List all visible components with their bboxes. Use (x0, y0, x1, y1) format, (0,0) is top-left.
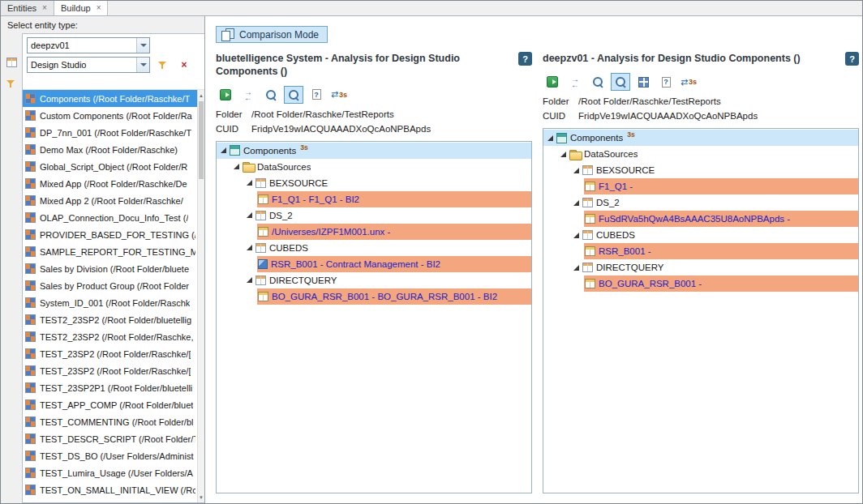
entity-list-item[interactable]: Demo Max (/Root Folder/Raschke) (23, 141, 197, 158)
zoom-out-button[interactable] (261, 86, 281, 104)
tree-node-label: DIRECTQUERY (269, 275, 337, 285)
tree-node[interactable]: RSR_B001 - (543, 243, 858, 259)
entity-list-item[interactable]: TEST2_23SP2 (/Root Folder/Raschke, (23, 328, 197, 345)
tree-node[interactable]: DIRECTQUERY (217, 272, 531, 288)
expander-arrow-icon[interactable] (244, 275, 255, 285)
panel-right-toolbar: ?3s (543, 73, 859, 91)
tree-node[interactable]: DataSources (217, 159, 531, 175)
expander-arrow-icon[interactable] (244, 177, 255, 188)
document-tab-bar: Entities × Buildup × (1, 1, 862, 16)
tab-entities[interactable]: Entities × (1, 1, 54, 15)
entity-list-item[interactable]: TEST_COMMENTING (/Root Folder/bl (23, 413, 197, 430)
entity-list-item[interactable]: Sales by Division (/Root Folder/bluete (23, 260, 197, 277)
entity-list-item[interactable]: System_ID_001 (/Root Folder/Raschk (23, 294, 197, 311)
close-icon[interactable]: × (97, 4, 101, 12)
tree-node[interactable]: Components3s (217, 143, 531, 159)
scroll-up-icon[interactable]: ▲ (198, 91, 204, 100)
expander-arrow-icon[interactable] (244, 242, 255, 253)
refresh-3s-button[interactable]: 3s (679, 73, 698, 91)
tree-node[interactable]: BEXSOURCE (543, 162, 858, 178)
list-filter-row[interactable] (23, 78, 204, 90)
help-button[interactable]: ? (845, 52, 859, 66)
entity-list-item[interactable]: Sales by Product Group (/Root Folder (23, 277, 197, 294)
tab-buildup-label: Buildup (61, 3, 91, 13)
comparison-mode-button[interactable]: Comparison Mode (216, 26, 328, 43)
expander-arrow-icon[interactable] (571, 230, 582, 241)
scrollbar[interactable]: ▲ ▼ (197, 90, 204, 502)
tree-node[interactable]: DataSources (543, 146, 858, 162)
entity-list-item[interactable]: TEST_APP_COMP (/Root Folder/bluet (23, 396, 197, 413)
clear-filter-button[interactable] (176, 57, 192, 73)
tree-node[interactable]: BO_GURA_RSR_B001 - BO_GURA_RSR_B001 - BI… (217, 288, 531, 305)
edit-filter-button[interactable] (155, 57, 171, 73)
filter-funnel-icon[interactable] (6, 79, 16, 89)
tree-node[interactable]: Components3s (543, 130, 858, 146)
dstable-icon (585, 214, 595, 224)
refresh-3s-button[interactable]: 3s (329, 86, 349, 104)
tree-node[interactable]: RSR_B001 - Contract Management - BI2 (217, 256, 531, 272)
zoom-out-button[interactable] (588, 73, 608, 91)
grid-button[interactable] (633, 73, 653, 91)
tree-node[interactable]: F1_Q1 - F1_Q1 - BI2 (217, 191, 531, 207)
help-doc-button[interactable]: ? (307, 86, 326, 104)
close-icon[interactable]: × (42, 4, 47, 12)
comparison-panels: bluetelligence System - Analysis for Des… (216, 52, 856, 493)
help-doc-button[interactable]: ? (656, 73, 676, 91)
system-combobox[interactable]: deepzv01 (27, 37, 150, 53)
entity-list-item-label: TEST_DESCR_SCRIPT (/Root Folder/T (40, 434, 195, 444)
tree-node[interactable]: DS_2 (543, 194, 858, 211)
table-icon (255, 211, 266, 220)
tree-node[interactable]: BO_GURA_RSR_B001 - (543, 275, 858, 292)
tree-node[interactable]: /Universes/IZPF1M001.unx - (217, 224, 531, 240)
entity-list-item[interactable]: Components (/Root Folder/Raschke/T (23, 90, 197, 107)
entity-list-item[interactable]: Mixed App (/Root Folder/Raschke/De (23, 175, 197, 192)
tree-node[interactable]: CUBEDS (217, 240, 531, 256)
scroll-down-icon[interactable]: ▼ (198, 493, 204, 502)
entity-type-combobox[interactable]: Design Studio (27, 57, 150, 73)
expander-arrow-icon[interactable] (231, 161, 242, 172)
clear-filter-x-icon (178, 59, 190, 70)
tree-node[interactable]: CUBEDS (543, 227, 858, 243)
entity-list-item[interactable]: TEST2_23SP2 (/Root Folder/bluetellig (23, 311, 197, 328)
tree-node[interactable]: DS_2 (217, 207, 531, 224)
design-studio-app-icon (25, 382, 36, 393)
tree-node[interactable]: BEXSOURCE (217, 175, 531, 191)
expander-arrow-icon[interactable] (571, 198, 582, 208)
entity-list-item[interactable]: PROVIDER_BASED_FOR_TESTING (/F (23, 226, 197, 243)
entity-list-item[interactable]: Custom Components (/Root Folder/Ra (23, 107, 197, 124)
entity-list-item[interactable]: TEST_Lumira_Usage (/User Folders/A (23, 464, 197, 481)
chevron-down-icon[interactable] (136, 38, 149, 53)
expander-arrow-icon[interactable] (244, 210, 255, 220)
tab-buildup[interactable]: Buildup × (54, 1, 109, 15)
export-excel-button[interactable] (216, 86, 235, 104)
entity-list-item[interactable]: DP_7nn_001 (/Root Folder/Raschke/T (23, 124, 197, 141)
tree-node[interactable]: F1_Q1 - (543, 178, 858, 194)
help-button[interactable]: ? (518, 52, 532, 66)
entity-list-item[interactable]: TEST_23SP2P1 (/Root Folder/bluetelli (23, 379, 197, 396)
transfer-button[interactable] (565, 73, 585, 91)
entity-list-item[interactable]: Global_Script_Object (/Root Folder/R (23, 158, 197, 175)
expander-arrow-icon[interactable] (571, 263, 582, 273)
expander-arrow-icon[interactable] (558, 149, 569, 160)
entity-list-item[interactable]: TEST_23SP2 (/Root Folder/Raschke/[ (23, 345, 197, 362)
entity-list-item[interactable]: SAMPLE_REPORT_FOR_TESTING_M ( (23, 243, 197, 260)
scrollbar-thumb[interactable] (199, 101, 204, 179)
tree-node[interactable]: DIRECTQUERY (543, 259, 858, 275)
entity-list-item[interactable]: TEST_DS_BO (/User Folders/Administ (23, 447, 197, 464)
entity-list-item[interactable]: TEST_DESCR_SCRIPT (/Root Folder/T (23, 430, 197, 447)
chevron-down-icon[interactable] (136, 58, 149, 72)
transfer-button[interactable] (238, 86, 258, 104)
expander-arrow-icon[interactable] (545, 133, 556, 143)
export-excel-button[interactable] (543, 73, 562, 91)
tree-node[interactable]: FuSdRVa5hQwA4BsAAAC35U8AoNPBApds - (543, 211, 858, 227)
expander-arrow-icon[interactable] (218, 145, 229, 156)
entity-list-item[interactable]: Mixed App 2 (/Root Folder/Raschke/ (23, 192, 197, 209)
zoom-in-button[interactable] (611, 73, 630, 91)
zoom-in-button[interactable] (284, 86, 303, 104)
entity-list-item[interactable]: TEST_23SP2 (/Root Folder/Raschke/[ (23, 362, 197, 379)
expander-arrow-icon[interactable] (571, 165, 582, 176)
entity-list-item[interactable]: OLAP_Connection_Docu_Info_Test (/ (23, 209, 197, 226)
folder-icon (243, 161, 254, 172)
entity-list-item[interactable]: TEST_ON_SMALL_INITIAL_VIEW (/Ro (23, 481, 197, 498)
tree-node-content: RSR_B001 - (584, 243, 858, 259)
